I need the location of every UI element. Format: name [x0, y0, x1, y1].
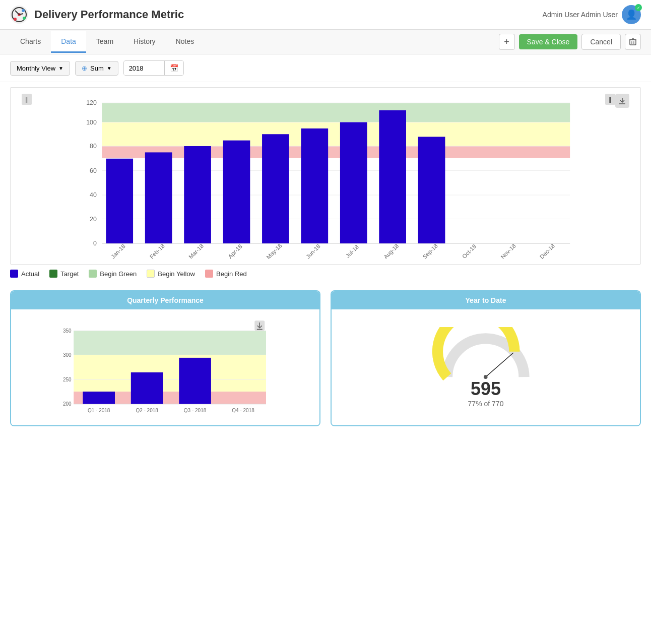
svg-rect-16	[102, 122, 570, 146]
header: Delivery Performance Metric Admin User A…	[0, 0, 651, 30]
svg-text:80: 80	[90, 143, 97, 150]
svg-text:0: 0	[93, 240, 97, 247]
svg-text:20: 20	[90, 216, 97, 223]
svg-text:Q3 - 2018: Q3 - 2018	[184, 408, 207, 413]
svg-text:Jul-18: Jul-18	[345, 244, 360, 259]
svg-point-5	[14, 18, 17, 21]
legend-actual-color	[10, 270, 18, 278]
user-info: Admin User Admin User 👤 ✓	[543, 5, 641, 24]
collapse-left-button[interactable]: ‖	[22, 94, 32, 105]
calendar-button[interactable]: 📅	[164, 61, 183, 75]
svg-text:Q4 - 2018: Q4 - 2018	[232, 408, 254, 413]
legend-target: Target	[49, 270, 79, 278]
cancel-button[interactable]: Cancel	[581, 34, 621, 50]
tab-data[interactable]: Data	[51, 31, 86, 53]
year-selector: 📅	[123, 60, 184, 76]
svg-rect-64	[83, 392, 115, 404]
ytd-card-header: Year to Date	[332, 291, 640, 309]
legend-begin-yellow: Begin Yellow	[147, 270, 195, 278]
svg-point-6	[22, 9, 25, 12]
tab-bar: Charts Data Team History Notes + Save & …	[0, 30, 651, 54]
svg-rect-15	[102, 103, 570, 122]
tab-team[interactable]: Team	[86, 31, 123, 53]
sum-label: Sum	[90, 65, 104, 72]
svg-text:250: 250	[63, 377, 72, 382]
quarterly-card: Quarterly Performance	[10, 290, 320, 426]
save-button[interactable]: Save & Close	[519, 34, 578, 49]
svg-text:200: 200	[63, 401, 72, 407]
svg-rect-36	[262, 134, 289, 243]
svg-text:Mar-18: Mar-18	[187, 243, 205, 259]
sum-dropdown[interactable]: ⊕ Sum ▼	[75, 61, 118, 76]
avatar: 👤 ✓	[622, 5, 641, 24]
chart-download-button[interactable]	[615, 94, 629, 108]
svg-rect-33	[145, 152, 172, 243]
legend-begin-red-label: Begin Red	[216, 270, 247, 278]
page-title: Delivery Performance Metric	[34, 8, 543, 21]
svg-point-7	[23, 17, 26, 20]
legend-begin-red: Begin Red	[205, 270, 247, 278]
svg-rect-54	[74, 355, 266, 392]
legend-begin-yellow-color	[147, 270, 155, 278]
legend-begin-green-label: Begin Green	[100, 270, 137, 278]
bar-chart: 0 20 40 60 80 100 120	[16, 98, 635, 259]
delete-button[interactable]	[625, 34, 641, 50]
legend-begin-yellow-label: Begin Yellow	[158, 270, 195, 278]
svg-rect-37	[301, 128, 328, 243]
svg-text:Oct-18: Oct-18	[461, 243, 478, 259]
quarterly-card-body: 200 250 300 350 Q1 - 2018 Q2 - 2018 Q3	[11, 309, 319, 425]
quarterly-title: Quarterly Performance	[127, 296, 204, 304]
svg-text:Dec-18: Dec-18	[539, 243, 556, 259]
tab-charts[interactable]: Charts	[10, 31, 51, 53]
svg-rect-32	[106, 159, 133, 243]
svg-text:300: 300	[63, 352, 72, 358]
svg-text:60: 60	[90, 167, 97, 174]
svg-rect-65	[131, 372, 163, 404]
svg-rect-38	[340, 122, 367, 244]
svg-text:40: 40	[90, 191, 97, 199]
ytd-card-body: 595 77% of 770	[332, 309, 640, 425]
quarterly-chart-svg: 200 250 300 350 Q1 - 2018 Q2 - 2018 Q3	[19, 317, 312, 418]
add-button[interactable]: +	[499, 34, 515, 50]
svg-text:120: 120	[86, 99, 97, 106]
trash-icon	[629, 38, 637, 46]
download-icon	[618, 97, 626, 105]
svg-rect-8	[630, 40, 636, 45]
user-name: Admin User Admin User	[543, 11, 618, 19]
avatar-check: ✓	[635, 4, 642, 11]
svg-text:Aug-18: Aug-18	[382, 243, 400, 259]
tab-notes[interactable]: Notes	[166, 31, 205, 53]
legend-target-label: Target	[60, 270, 79, 278]
monthly-view-dropdown[interactable]: Monthly View ▼	[10, 61, 70, 76]
bottom-section: Quarterly Performance	[0, 280, 651, 436]
quarterly-card-header: Quarterly Performance	[11, 291, 319, 309]
svg-rect-35	[223, 141, 250, 243]
svg-text:Nov-18: Nov-18	[499, 243, 516, 259]
legend-begin-green-color	[89, 270, 97, 278]
legend-begin-red-color	[205, 270, 213, 278]
tab-history[interactable]: History	[123, 31, 166, 53]
svg-line-74	[486, 353, 513, 377]
year-input[interactable]	[124, 61, 164, 75]
gauge-container: 595 77% of 770	[339, 317, 632, 418]
dropdown-arrow: ▼	[58, 66, 63, 71]
svg-rect-66	[179, 358, 211, 404]
svg-text:Q2 - 2018: Q2 - 2018	[136, 408, 158, 413]
svg-text:Jan-18: Jan-18	[110, 243, 126, 259]
gauge-value: 595	[471, 378, 501, 400]
bar-chart-svg: 0 20 40 60 80 100 120	[16, 98, 635, 259]
svg-text:100: 100	[86, 119, 97, 126]
collapse-right-button[interactable]: ‖	[605, 94, 615, 105]
svg-text:350: 350	[63, 328, 72, 334]
legend-actual: Actual	[10, 270, 39, 278]
legend-actual-label: Actual	[21, 270, 39, 278]
ytd-title: Year to Date	[466, 296, 506, 304]
toolbar-actions: + Save & Close Cancel	[499, 30, 641, 54]
gauge-subtitle: 77% of 770	[468, 400, 504, 408]
sum-arrow: ▼	[107, 66, 112, 71]
chart-controls: Monthly View ▼ ⊕ Sum ▼ 📅	[0, 54, 651, 82]
svg-rect-40	[418, 137, 445, 243]
bar-chart-wrapper: ‖ ‖	[10, 87, 641, 265]
sum-icon: ⊕	[82, 65, 87, 72]
svg-text:Sep-18: Sep-18	[422, 243, 439, 259]
